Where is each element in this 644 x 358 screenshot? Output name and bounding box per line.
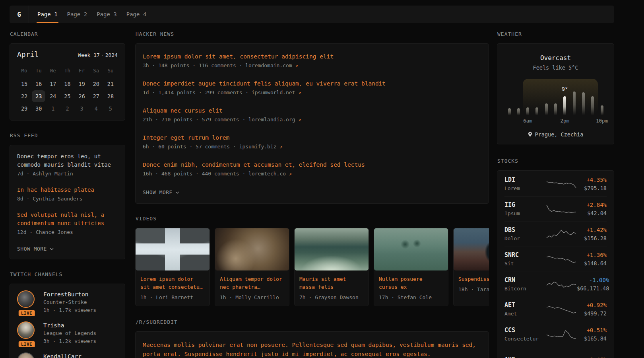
- rss-item-title[interactable]: In hac habitasse platea: [17, 186, 118, 194]
- hackernews-item-meta: 16h · 468 points · 440 comments · loremt…: [143, 169, 481, 178]
- video-thumbnail[interactable]: [374, 228, 448, 270]
- calendar-day-selected: 23: [32, 90, 45, 102]
- hackernews-item-title[interactable]: Donec enim nibh, condimentum et accumsan…: [143, 161, 481, 169]
- stock-left: SNRC Sit: [504, 251, 546, 268]
- stock-sparkline: [546, 253, 577, 266]
- stock-ticker: DBS: [504, 226, 546, 234]
- stock-sparkline: [546, 202, 577, 216]
- hackernews-domain-link[interactable]: ipsumify.biz: [239, 144, 277, 150]
- hackernews-item-title[interactable]: Aliquam nec cursus elit: [143, 107, 481, 115]
- tab-page-3[interactable]: Page 3: [97, 6, 117, 23]
- stock-row[interactable]: AHS +0.46%: [504, 347, 607, 358]
- calendar-day: 26: [75, 90, 89, 102]
- weather-bar: [582, 92, 585, 115]
- stock-change: +4.35%: [577, 176, 607, 184]
- rss-show-more-button[interactable]: SHOW MORE: [17, 244, 118, 253]
- calendar-section-title: CALENDAR: [10, 31, 125, 37]
- weather-time-label: 10pm: [596, 118, 608, 124]
- rss-item-meta: 12d · Chance Jones: [17, 228, 118, 236]
- calendar-weekday: Fr: [75, 66, 89, 75]
- stock-sparkline: [546, 353, 577, 358]
- tab-page-4[interactable]: Page 4: [126, 6, 147, 23]
- video-thumbnail[interactable]: [136, 228, 209, 270]
- twitch-channel-category: League of Legends: [43, 329, 96, 337]
- weather-bar: [535, 107, 538, 115]
- weather-location: Prague, Czechia: [504, 131, 607, 138]
- video-title[interactable]: Aliquam tempor dolor nec pharetra…: [220, 275, 284, 291]
- twitch-channel-info: KendallCarr: [43, 352, 81, 358]
- twitch-channel-name[interactable]: ForrestBurton: [43, 290, 96, 298]
- video-meta: 1h · Lori Barnett: [140, 294, 205, 300]
- external-link-icon: ↗: [289, 171, 292, 177]
- calendar-day: 2: [60, 103, 74, 115]
- twitch-avatar-wrap: [17, 352, 36, 358]
- hackernews-item: Donec imperdiet augue tincidunt felis al…: [143, 80, 481, 97]
- twitch-channel-meta: 1h · 1.7k viewers: [43, 306, 96, 314]
- stock-left: CCS Consectetur: [504, 326, 546, 343]
- hackernews-domain-link[interactable]: ipsumworld.net: [252, 90, 295, 95]
- twitch-channel-meta: 3h · 1.2k viewers: [43, 337, 96, 345]
- stock-row[interactable]: CCS Consectetur +0.51% $165.84: [504, 322, 607, 347]
- calendar-day: 5: [103, 103, 118, 115]
- stock-ticker: CRN: [504, 276, 546, 284]
- stock-left: CRN Bitcorn: [504, 276, 546, 293]
- hackernews-item-title[interactable]: Lorem ipsum dolor sit amet, consectetur …: [143, 53, 481, 61]
- subreddit-post-title[interactable]: Maecenas mollis pulvinar erat non posuer…: [143, 340, 481, 358]
- app-logo[interactable]: G: [10, 6, 29, 23]
- stock-row[interactable]: LDI Lorem +4.35% $795.18: [504, 171, 607, 197]
- external-link-icon: ↗: [295, 63, 298, 68]
- stock-row[interactable]: IIG Ipsum +2.84% $42.04: [504, 197, 607, 222]
- tab-page-1[interactable]: Page 1: [37, 6, 58, 23]
- calendar-header: April Week 17·2024: [17, 50, 118, 58]
- weather-section-title: WEATHER: [497, 31, 614, 37]
- twitch-channel-name[interactable]: KendallCarr: [43, 352, 81, 358]
- videos-section-title: VIDEOS: [136, 216, 489, 222]
- hackernews-meta-text: 3h · 148 points · 116 comments ·: [143, 62, 245, 68]
- weather-bar: [517, 108, 520, 115]
- calendar-weekday: Tu: [31, 66, 46, 75]
- stock-row[interactable]: CRN Bitcorn -1.00% $66,171.48: [504, 272, 607, 297]
- hackernews-meta-text: 6h · 60 points · 57 comments ·: [143, 144, 239, 150]
- twitch-channel-info: ForrestBurton Counter-Strike 1h · 1.7k v…: [43, 290, 96, 314]
- stock-ticker: AHS: [504, 356, 546, 358]
- stock-sparkline: [546, 278, 577, 291]
- avatar: [17, 290, 35, 308]
- twitch-channel-info: Trisha League of Legends 3h · 1.2k viewe…: [43, 321, 96, 345]
- external-link-icon: ↗: [298, 117, 301, 123]
- live-badge: LIVE: [18, 309, 36, 317]
- video-title[interactable]: Mauris sit amet massa felis: [299, 275, 364, 291]
- calendar-weekday: Sa: [89, 66, 103, 75]
- video-title[interactable]: Lorem ipsum dolor sit amet consectetu…: [140, 275, 205, 291]
- hackernews-item-title[interactable]: Donec imperdiet augue tincidunt felis al…: [143, 80, 481, 88]
- video-card-body: Aliquam tempor dolor nec pharetra… 1h · …: [215, 270, 289, 306]
- video-thumbnail[interactable]: [295, 228, 369, 270]
- video-thumbnail[interactable]: [215, 228, 289, 270]
- rss-item-title[interactable]: Sed volutpat nulla nisl, a condimentum n…: [17, 211, 118, 228]
- weather-now-temperature: 9°: [562, 86, 568, 92]
- calendar-month: April: [17, 50, 39, 58]
- stock-sparkline: [546, 177, 577, 191]
- stock-row[interactable]: AET Amet +0.92% $499.72: [504, 297, 607, 322]
- tab-page-2[interactable]: Page 2: [67, 6, 87, 23]
- stock-row[interactable]: DBS Dolor +1.42% $156.28: [504, 222, 607, 247]
- twitch-channel-row[interactable]: LIVE ForrestBurton Counter-Strike 1h · 1…: [17, 290, 118, 314]
- hackernews-show-more-button[interactable]: SHOW MORE: [143, 188, 481, 197]
- video-thumbnail[interactable]: [454, 228, 489, 270]
- weather-time-labels: 6am2pm10pm: [508, 118, 603, 125]
- calendar-day: 15: [17, 78, 31, 90]
- rss-item-title[interactable]: Donec tempor eros leo, ut commodo mauris…: [17, 152, 118, 169]
- stock-left: AET Amet: [504, 301, 546, 318]
- stock-row[interactable]: SNRC Sit +1.36% $148.64: [504, 247, 607, 272]
- twitch-channel-row[interactable]: LIVE Trisha League of Legends 3h · 1.2k …: [17, 321, 118, 345]
- hackernews-domain-link[interactable]: loremlandia.org: [248, 117, 295, 123]
- twitch-channel-name[interactable]: Trisha: [43, 321, 96, 329]
- hackernews-domain-link[interactable]: loremtech.co: [248, 171, 286, 177]
- twitch-avatar-wrap: LIVE: [17, 290, 36, 314]
- video-title[interactable]: Nullam posuere cursus ex: [379, 275, 443, 291]
- video-card: Lorem ipsum dolor sit amet consectetu… 1…: [135, 228, 210, 306]
- hackernews-domain-link[interactable]: loremdomain.com: [245, 62, 292, 68]
- hackernews-item-title[interactable]: Integer eget rutrum lorem: [143, 134, 481, 142]
- stock-ticker: SNRC: [504, 251, 546, 259]
- video-title[interactable]: Suspendisse diam: [458, 275, 489, 283]
- twitch-channel-row[interactable]: KendallCarr: [17, 352, 118, 358]
